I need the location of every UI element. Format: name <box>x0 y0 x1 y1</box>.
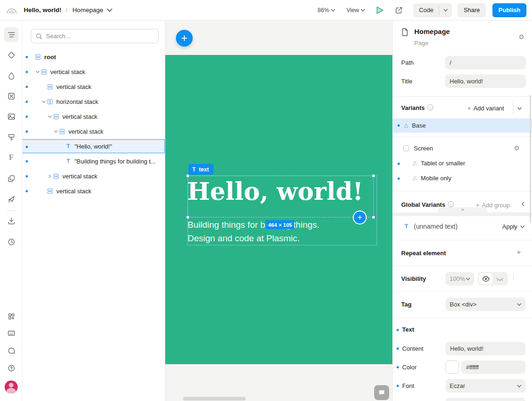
selection-box[interactable] <box>188 176 374 217</box>
canvas-body-line: Design and code at Plasmic. <box>188 231 319 245</box>
feedback-chat-button[interactable] <box>374 385 389 400</box>
add-repeat-button[interactable]: + <box>517 248 521 257</box>
expand-chevron-icon[interactable] <box>34 71 40 73</box>
info-icon[interactable]: i <box>448 201 454 207</box>
tree-row-vertical-stack[interactable]: vertical stack <box>22 184 165 198</box>
deploy-icon[interactable] <box>6 193 17 204</box>
screen-checkbox[interactable] <box>403 145 409 151</box>
packages-icon[interactable] <box>6 90 17 102</box>
tree-row-building-things-text[interactable]: T "Building things for building t... <box>22 154 165 168</box>
breadcrumb-page-name[interactable]: Homepage <box>73 7 103 14</box>
chat-bubble-icon <box>378 389 385 396</box>
topbar: Hello, world! / Homepage 86% View Code S… <box>0 0 532 20</box>
hidden-eye-icon[interactable] <box>493 273 507 285</box>
title-input[interactable] <box>445 75 526 88</box>
expand-chevron-icon[interactable] <box>53 130 59 133</box>
plasmic-logo-icon[interactable] <box>5 4 18 17</box>
plus-icon: + <box>467 104 471 112</box>
tree-row-vertical-stack[interactable]: vertical stack <box>22 169 165 183</box>
search-input[interactable] <box>46 33 154 40</box>
variant-row-mobile[interactable]: △ Mobile only <box>393 171 532 185</box>
element-name[interactable]: (unnamed text) <box>414 223 458 230</box>
preview-play-icon[interactable] <box>375 6 384 15</box>
chevron-down-icon <box>517 385 521 387</box>
info-icon[interactable]: i <box>427 104 433 110</box>
text-node-icon: T <box>65 143 72 150</box>
expand-chevron-icon[interactable] <box>47 116 53 118</box>
tree-row-vertical-stack[interactable]: vertical stack <box>22 124 165 138</box>
color-input[interactable] <box>461 360 525 374</box>
font-dropdown[interactable]: Eczar <box>445 379 525 393</box>
horizontal-scrollbar[interactable] <box>183 397 246 401</box>
tokens-icon[interactable] <box>6 70 17 81</box>
collapse-left-chevron-icon[interactable] <box>522 202 525 206</box>
themes-icon[interactable] <box>6 131 17 143</box>
resize-handle[interactable] <box>372 216 375 219</box>
view-menu[interactable]: View <box>346 7 365 14</box>
global-variants-title: Global Variants <box>401 201 445 208</box>
help-icon[interactable] <box>6 362 17 374</box>
tree-row-vertical-stack[interactable]: vertical stack <box>22 65 165 79</box>
code-menu-chevron-icon[interactable] <box>439 3 452 17</box>
visible-eye-icon[interactable] <box>479 273 493 285</box>
page-settings-gear-icon[interactable]: ⚙ <box>519 34 525 40</box>
tree-row-vertical-stack[interactable]: vertical stack <box>22 109 165 123</box>
element-tree: root vertical stack vertical stack horiz… <box>22 50 165 199</box>
color-swatch[interactable] <box>445 360 459 374</box>
design-canvas[interactable]: + Hello, world! Building things for buil… <box>165 20 392 401</box>
modified-dot <box>397 124 400 127</box>
content-input[interactable] <box>445 342 525 355</box>
more-options-icon[interactable]: ⋮ <box>511 274 516 281</box>
insert-button[interactable]: + <box>176 30 193 47</box>
opacity-dropdown[interactable]: 100% <box>445 272 474 285</box>
variants-menu-chevron-icon[interactable] <box>518 107 522 110</box>
project-title: Hello, world! <box>24 7 61 14</box>
panel-scrollbar[interactable] <box>530 95 531 223</box>
shortcuts-icon[interactable] <box>6 327 17 339</box>
screen-settings-gear-icon[interactable]: ⚙ <box>514 145 520 151</box>
zoom-control[interactable]: 86% <box>317 7 335 14</box>
variant-row-base[interactable]: △ Base <box>393 118 532 133</box>
collapsed-chevron-icon[interactable] <box>47 175 53 177</box>
canvas-body-text[interactable]: Building things for building things. Des… <box>188 218 319 245</box>
expand-chevron-icon[interactable] <box>40 101 47 103</box>
tree-row-vertical-stack[interactable]: vertical stack <box>22 80 165 94</box>
imports-icon[interactable] <box>6 215 17 226</box>
components-icon[interactable] <box>6 49 17 61</box>
code-button[interactable]: Code <box>413 3 439 17</box>
add-variant-button[interactable]: + Add variant <box>467 104 504 112</box>
outline-icon[interactable] <box>4 27 19 42</box>
text-node-icon: T <box>404 223 408 230</box>
images-icon[interactable] <box>6 111 17 122</box>
view-label: View <box>346 7 359 14</box>
page-switcher-chevron-icon[interactable] <box>107 8 113 12</box>
tree-row-root[interactable]: root <box>22 50 165 64</box>
hidden-section-tab[interactable] <box>438 207 487 212</box>
tree-row-hello-world-text[interactable]: T "Hello, world!" <box>22 139 165 153</box>
variant-row-tablet[interactable]: △ Tablet or smaller <box>393 156 532 170</box>
selected-element-tag[interactable]: T text <box>189 164 214 175</box>
visibility-label: Visibility <box>401 275 426 282</box>
pages-icon[interactable] <box>6 173 17 184</box>
path-input[interactable] <box>445 56 526 69</box>
publish-button[interactable]: Publish <box>492 3 526 17</box>
font-weight-dropdown[interactable] <box>445 398 525 401</box>
color-label: Color <box>402 364 417 371</box>
history-icon[interactable] <box>6 236 17 247</box>
fonts-icon[interactable]: F <box>6 152 17 163</box>
modified-dot <box>397 329 399 331</box>
open-in-new-window-icon[interactable] <box>395 6 403 14</box>
share-button[interactable]: Share <box>458 3 486 17</box>
resize-handle[interactable] <box>372 174 375 177</box>
resize-handle[interactable] <box>186 216 189 219</box>
chat-icon[interactable] <box>6 345 17 356</box>
modified-dot <box>26 71 28 73</box>
add-sibling-button[interactable]: + <box>353 211 367 224</box>
tag-dropdown[interactable]: Box <div> <box>445 298 525 311</box>
plugins-icon[interactable] <box>6 311 17 322</box>
variant-group-screen[interactable]: Screen ⚙ <box>393 142 532 156</box>
tree-row-horizontal-stack[interactable]: horizontal stack <box>22 95 165 109</box>
resize-handle[interactable] <box>186 174 189 177</box>
apply-button[interactable]: Apply <box>502 223 525 230</box>
account-avatar[interactable] <box>5 381 18 394</box>
